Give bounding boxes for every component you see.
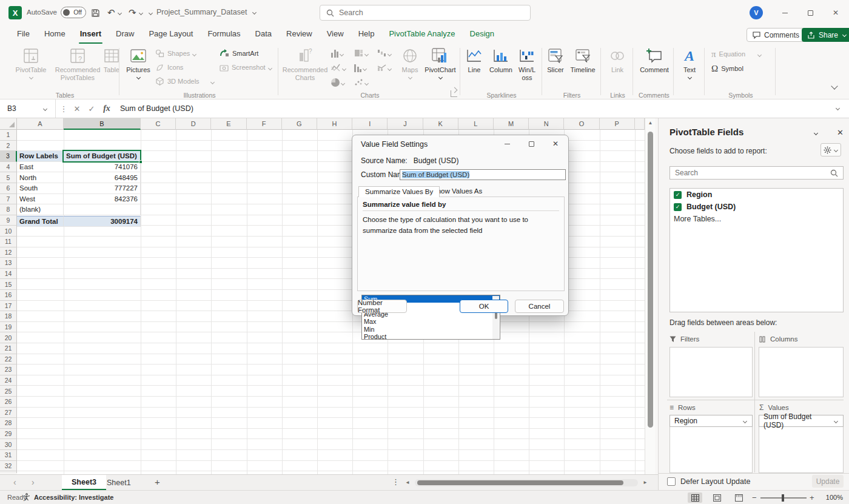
document-title[interactable]: Project_Summary_Dataset [156,8,257,16]
smartart-button[interactable]: SmartArt [220,47,258,59]
defer-layout-checkbox[interactable] [667,477,676,486]
update-button[interactable]: Update [812,475,844,488]
name-box[interactable]: B3 [0,99,56,118]
number-format-button[interactable]: Number Format [357,300,407,313]
comment-button[interactable]: Comment [637,47,671,74]
zoom-out-button[interactable]: − [752,493,757,502]
row-header-12[interactable]: 12 [0,247,17,258]
dialog-close-button[interactable]: ✕ [550,139,561,149]
slicer-button[interactable]: Slicer [544,47,567,74]
insert-pie-chart-button[interactable] [331,78,344,87]
row-header-18[interactable]: 18 [0,311,17,322]
insert-function-icon[interactable]: fx [99,99,114,118]
scroll-up-icon[interactable]: ▲ [645,120,656,126]
tab-design[interactable]: Design [463,25,502,44]
sparkline-column-button[interactable]: Column [488,47,514,74]
panel-close-button[interactable]: ✕ [837,128,844,137]
insert-scatter-chart-button[interactable] [354,78,368,86]
tab-insert[interactable]: Insert [73,25,109,44]
summarize-option-max[interactable]: Max [362,318,500,325]
column-header-g[interactable]: G [282,118,317,130]
column-header-h[interactable]: H [317,118,352,130]
pivot-row-value-south[interactable]: 777227 [64,183,141,194]
scroll-left-icon[interactable]: ◄ [405,480,410,485]
row-header-20[interactable]: 20 [0,332,17,343]
insert-column-chart-button[interactable] [331,49,343,58]
tab-review[interactable]: Review [279,25,320,44]
row-header-17[interactable]: 17 [0,301,17,312]
horizontal-scroll-thumb[interactable] [417,480,623,485]
tab-pivottable-analyze[interactable]: PivotTable Analyze [381,25,462,44]
pivot-grand-total-value[interactable]: 3009174 [64,216,141,227]
maps-button[interactable]: Maps [399,47,421,79]
row-header-11[interactable]: 11 [0,237,17,247]
horizontal-scroll-track[interactable] [415,479,638,486]
tab-formulas[interactable]: Formulas [200,25,247,44]
scroll-right-icon[interactable]: ► [643,480,648,485]
chevron-down-icon[interactable] [834,418,838,423]
column-header-m[interactable]: M [494,118,529,130]
table-button[interactable]: Table [103,47,120,74]
column-header-a[interactable]: A [17,118,64,130]
timeline-button[interactable]: Timeline [568,47,597,74]
fields-search-box[interactable] [669,166,844,180]
pivot-row-value-north[interactable]: 648495 [64,172,141,183]
pivot-row-value-east[interactable]: 741076 [64,162,141,173]
equation-button[interactable]: π Equation [711,48,761,60]
save-button[interactable] [91,6,100,19]
row-header-2[interactable]: 2 [0,141,17,152]
row-header-32[interactable]: 32 [0,461,17,472]
column-header-b[interactable]: B [64,118,141,130]
pivot-row-value-west[interactable]: 842376 [64,194,141,205]
column-header-p[interactable]: P [600,118,635,130]
rows-field-region[interactable]: Region [669,415,753,427]
values-field-sum-of-budget[interactable]: Sum of Budget (USD) [759,415,844,427]
recommended-charts-button[interactable]: ? Recommended Charts [281,47,329,82]
collapse-ribbon-icon[interactable] [831,82,837,89]
add-sheet-button[interactable]: + [155,477,160,487]
undo-button[interactable]: ↶ [107,6,122,19]
3d-models-button[interactable]: 3D Models [155,75,214,87]
next-sheet-icon[interactable]: › [32,477,35,487]
insert-hierarchy-chart-button[interactable] [354,49,368,57]
pictures-button[interactable]: Pictures [125,47,152,79]
row-header-19[interactable]: 19 [0,322,17,333]
filters-area-box[interactable] [669,347,753,397]
column-header-j[interactable]: J [388,118,423,130]
sparkline-winloss-button[interactable]: Win/Loss [517,47,537,82]
fill-handle[interactable] [139,160,143,164]
chevron-down-icon[interactable] [743,418,747,423]
more-tables-link[interactable]: More Tables... [670,213,843,225]
column-header-d[interactable]: D [176,118,211,130]
row-header-8[interactable]: 8 [0,204,17,215]
tab-page-layout[interactable]: Page Layout [141,25,200,44]
tab-home[interactable]: Home [37,25,73,44]
row-header-9[interactable]: 9 [0,215,17,226]
columns-area-box[interactable] [759,347,844,397]
row-header-16[interactable]: 16 [0,290,17,301]
confirm-entry-icon[interactable]: ✓ [85,99,98,118]
autosave-toggle[interactable]: Off [61,7,86,18]
tab-view[interactable]: View [320,25,351,44]
pivot-row-label-north[interactable]: North [17,172,64,183]
column-header-k[interactable]: K [423,118,458,130]
accessibility-status[interactable]: Accessibility: Investigate [23,493,113,501]
close-button[interactable]: ✕ [831,8,841,17]
pivot-row-label-east[interactable]: East [17,162,64,173]
row-header-14[interactable]: 14 [0,269,17,280]
row-header-7[interactable]: 7 [0,194,17,205]
sparkline-line-button[interactable]: Line [463,47,485,74]
pivotchart-button[interactable]: PivotChart [423,47,457,79]
tab-data[interactable]: Data [248,25,279,44]
zoom-slider-thumb[interactable] [782,494,784,502]
page-break-view-button[interactable] [731,492,746,503]
text-button[interactable]: A Text [679,47,700,79]
sheet-tab-sheet1[interactable]: Sheet1 [97,475,141,490]
dialog-minimize-button[interactable] [502,139,512,149]
summarize-option-product[interactable]: Product [362,333,500,340]
cancel-button[interactable]: Cancel [515,300,564,313]
prev-sheet-icon[interactable]: ‹ [13,477,16,487]
tab-summarize-values-by[interactable]: Summarize Values By [358,186,440,197]
vertical-scrollbar[interactable]: ▲ [645,118,655,474]
dialog-maximize-button[interactable] [526,139,537,149]
